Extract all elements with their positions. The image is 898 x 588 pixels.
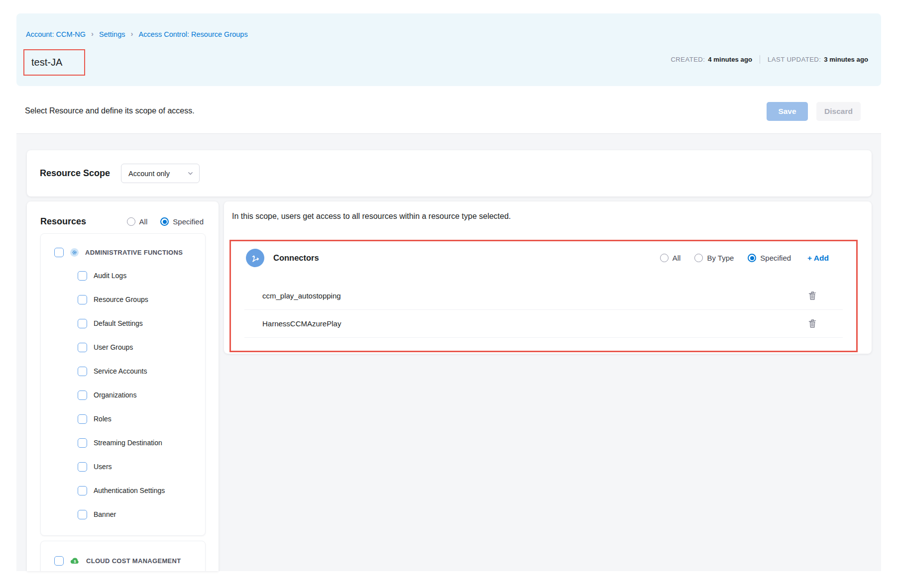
chevron-right-icon: › <box>91 29 94 38</box>
last-updated-value: 3 minutes ago <box>824 56 868 63</box>
radio-selected-icon <box>160 217 169 226</box>
authentication-settings-checkbox[interactable] <box>78 486 87 495</box>
radio-icon <box>694 254 703 262</box>
resource-scope-selected-value: Account only <box>128 170 188 178</box>
connectors-radio-specified[interactable]: Specified <box>748 254 791 262</box>
resource-item-streaming-destination: Streaming Destination <box>41 431 205 455</box>
group-label: CLOUD COST MANAGEMENT <box>86 557 181 565</box>
service-accounts-checkbox[interactable] <box>78 367 87 376</box>
admin-functions-checkbox[interactable] <box>54 248 64 257</box>
connectors-title: Connectors <box>273 253 319 263</box>
cloud-cost-management-checkbox[interactable] <box>54 556 64 566</box>
user-groups-checkbox[interactable] <box>78 343 87 352</box>
radio-icon <box>127 217 135 226</box>
resource-item-banner: Banner <box>41 502 205 526</box>
resources-radio-all[interactable]: All <box>127 217 148 226</box>
add-connector-button[interactable]: + Add <box>807 254 829 263</box>
connector-name: HarnessCCMAzurePlay <box>262 319 341 328</box>
breadcrumb-access-control[interactable]: Access Control: Resource Groups <box>138 30 247 38</box>
roles-checkbox[interactable] <box>78 414 87 424</box>
trash-icon <box>807 291 817 301</box>
resources-panel: Resources All Specified <box>27 201 219 571</box>
group-label: ADMINISTRATIVE FUNCTIONS <box>85 249 183 256</box>
radio-label: By Type <box>707 254 734 262</box>
created-value: 4 minutes ago <box>708 56 752 63</box>
item-label: User Groups <box>94 343 133 351</box>
radio-label: All <box>673 254 681 262</box>
delete-connector-button[interactable] <box>807 291 818 301</box>
page-header: Account: CCM-NG › Settings › Access Cont… <box>16 13 881 86</box>
breadcrumb-account[interactable]: Account: CCM-NG <box>26 30 86 38</box>
svg-text:$: $ <box>74 559 76 563</box>
title-annotation-box: test-JA <box>23 49 85 76</box>
chevron-right-icon: › <box>130 29 133 38</box>
save-button[interactable]: Save <box>767 102 808 121</box>
item-label: Authentication Settings <box>94 487 165 494</box>
chevron-down-icon <box>188 171 193 176</box>
streaming-destination-checkbox[interactable] <box>78 438 87 448</box>
resource-item-organizations: Organizations <box>41 383 205 407</box>
organizations-checkbox[interactable] <box>78 391 87 400</box>
trash-icon <box>807 318 817 329</box>
gear-icon <box>70 248 79 257</box>
page: Account: CCM-NG › Settings › Access Cont… <box>0 0 898 588</box>
connectors-radio-all[interactable]: All <box>660 254 681 262</box>
resource-item-service-accounts: Service Accounts <box>41 359 205 383</box>
last-updated-label: LAST UPDATED: <box>768 56 821 63</box>
item-label: Audit Logs <box>94 272 126 280</box>
resource-group-admin-functions: ADMINISTRATIVE FUNCTIONS Audit Logs Reso… <box>40 233 206 536</box>
connector-row: ccm_play_autostopping <box>244 282 843 310</box>
discard-button[interactable]: Discard <box>816 102 861 121</box>
resources-scope-radios: All Specified <box>127 217 204 226</box>
resources-radio-specified[interactable]: Specified <box>160 217 204 226</box>
resource-item-default-settings: Default Settings <box>41 311 205 335</box>
radio-label: Specified <box>173 217 204 226</box>
resource-item-user-groups: User Groups <box>41 335 205 359</box>
branch-arrows-icon <box>246 249 264 267</box>
resources-title: Resources <box>40 216 86 227</box>
item-label: Resource Groups <box>94 295 148 303</box>
radio-icon <box>660 254 669 262</box>
resource-scope-select[interactable]: Account only <box>121 164 200 183</box>
resource-groups-checkbox[interactable] <box>78 295 87 304</box>
action-toolbar: Select Resource and define its scope of … <box>16 86 881 134</box>
item-label: Roles <box>94 415 112 423</box>
breadcrumb-settings[interactable]: Settings <box>99 30 125 38</box>
audit-logs-checkbox[interactable] <box>78 271 87 281</box>
scope-description: In this scope, users get access to all r… <box>232 212 511 221</box>
cloud-dollar-icon: $ <box>70 557 80 565</box>
connectors-list: ccm_play_autostopping HarnessCCMAzurePla… <box>244 282 843 338</box>
users-checkbox[interactable] <box>78 462 87 472</box>
connector-name: ccm_play_autostopping <box>262 292 341 300</box>
header-meta: CREATED: 4 minutes ago LAST UPDATED: 3 m… <box>671 55 868 64</box>
content-area: Resource Scope Account only Resources Al… <box>16 134 881 571</box>
resource-item-users: Users <box>41 455 205 479</box>
item-label: Streaming Destination <box>94 439 162 447</box>
meta-divider <box>760 55 760 64</box>
resource-item-authentication-settings: Authentication Settings <box>41 479 205 502</box>
page-title: test-JA <box>31 57 62 68</box>
connectors-scope-radios: All By Type Specified <box>660 254 791 262</box>
item-label: Users <box>94 463 112 471</box>
item-label: Service Accounts <box>94 367 147 375</box>
toolbar-description: Select Resource and define its scope of … <box>25 106 195 115</box>
connector-row: HarnessCCMAzurePlay <box>244 310 843 338</box>
resource-scope-label: Resource Scope <box>40 168 110 179</box>
radio-label: All <box>139 217 148 226</box>
radio-label: Specified <box>760 254 791 262</box>
resource-scope-card: Resource Scope Account only <box>27 150 872 196</box>
resource-item-audit-logs: Audit Logs <box>41 264 205 288</box>
connectors-annotation-box: Connectors All By Type Specified <box>229 240 858 352</box>
delete-connector-button[interactable] <box>807 318 818 329</box>
resource-item-roles: Roles <box>41 407 205 431</box>
default-settings-checkbox[interactable] <box>78 319 87 328</box>
radio-selected-icon <box>748 254 756 262</box>
created-label: CREATED: <box>671 56 705 63</box>
scope-panel: In this scope, users get access to all r… <box>224 201 872 354</box>
banner-checkbox[interactable] <box>78 510 87 519</box>
item-label: Default Settings <box>94 319 143 327</box>
item-label: Banner <box>94 510 116 518</box>
connectors-radio-by-type[interactable]: By Type <box>694 254 734 262</box>
item-label: Organizations <box>94 391 136 399</box>
resource-group-cloud-cost-management: $ CLOUD COST MANAGEMENT <box>40 541 206 571</box>
